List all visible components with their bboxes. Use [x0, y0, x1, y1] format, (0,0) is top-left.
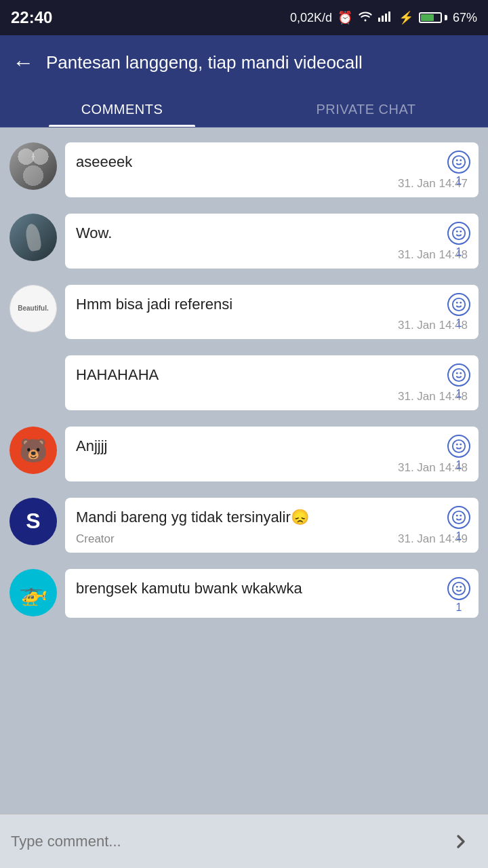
wifi-icon: [358, 11, 373, 25]
smiley-icon[interactable]: [447, 435, 470, 458]
avatar: [9, 214, 57, 261]
tabs-bar: COMMENTS PRIVATE CHAT: [0, 90, 488, 127]
comment-text: aseeeek: [76, 153, 166, 170]
signal-icon: [378, 11, 393, 25]
list-item: 🐻 Anjjjj 1 31. Jan 14:48: [0, 420, 488, 488]
avatar: 🐻: [9, 427, 57, 474]
back-button[interactable]: ←: [12, 50, 34, 75]
smiley-icon[interactable]: [447, 222, 470, 245]
svg-point-22: [453, 583, 465, 595]
comment-input[interactable]: [11, 833, 436, 850]
comments-list: aseeeek 1 31. Jan 14:47: [0, 127, 488, 814]
avatar: 🚁: [9, 569, 57, 616]
status-right: 0,02K/d ⏰ ⚡ 67%: [290, 10, 477, 25]
reaction-button[interactable]: 1: [447, 151, 470, 187]
comment-text: Anjjjj: [76, 437, 141, 454]
comment-text: Mandi bareng yg tidak tersinyalir😞: [76, 509, 343, 526]
svg-rect-3: [388, 12, 390, 22]
svg-rect-2: [385, 14, 387, 22]
battery-percent: 67%: [453, 11, 477, 25]
comment-bubble: Mandi bareng yg tidak tersinyalir😞 1 Cre…: [65, 498, 479, 553]
reaction-button[interactable]: 1: [447, 293, 470, 330]
svg-point-13: [453, 369, 465, 381]
svg-rect-0: [378, 18, 380, 22]
smiley-icon[interactable]: [447, 151, 470, 174]
status-bar: 22:40 0,02K/d ⏰ ⚡ 67%: [0, 0, 488, 35]
reaction-count: 1: [456, 388, 462, 400]
list-item: 🚁 brengsek kamutu bwank wkakwka 1: [0, 562, 488, 625]
tab-private-chat[interactable]: PRIVATE CHAT: [244, 90, 488, 127]
reaction-button[interactable]: 1: [447, 363, 470, 400]
comment-bubble: Wow. 1 31. Jan 14:48: [65, 214, 479, 269]
reaction-count: 1: [456, 175, 462, 187]
smiley-icon[interactable]: [447, 577, 470, 600]
comment-input-area: [0, 814, 488, 868]
list-item: HAHAHAHA 1 31. Jan 14:48: [0, 349, 488, 417]
comment-meta: 31. Jan 14:48: [76, 461, 468, 475]
reaction-count: 1: [456, 317, 462, 330]
comment-creator: Creator: [76, 532, 115, 546]
comment-meta: 31. Jan 14:48: [76, 390, 468, 403]
comment-meta: Creator 31. Jan 14:49: [76, 532, 468, 546]
avatar-empty: [9, 355, 57, 403]
comment-bubble: aseeeek 1 31. Jan 14:47: [65, 142, 479, 197]
network-speed: 0,02K/d: [290, 11, 332, 25]
comment-bubble: HAHAHAHA 1 31. Jan 14:48: [65, 355, 479, 410]
list-item: S Mandi bareng yg tidak tersinyalir😞 1 C…: [0, 491, 488, 559]
charging-icon: ⚡: [399, 10, 413, 25]
list-item: Wow. 1 31. Jan 14:48: [0, 207, 488, 275]
tab-comments[interactable]: COMMENTS: [0, 90, 244, 127]
avatar: [9, 142, 57, 190]
reaction-button[interactable]: 1: [447, 222, 470, 258]
comment-bubble: Hmm bisa jadi referensi 1 31. Jan 14:48: [65, 285, 479, 340]
alarm-icon: ⏰: [338, 10, 352, 25]
battery-icon: [419, 12, 447, 23]
comment-bubble: Anjjjj 1 31. Jan 14:48: [65, 427, 479, 481]
svg-rect-1: [382, 16, 384, 22]
reaction-button[interactable]: 1: [447, 577, 470, 614]
avatar: S: [9, 498, 57, 545]
smiley-icon[interactable]: [447, 506, 470, 529]
reaction-count: 1: [456, 246, 462, 258]
reaction-button[interactable]: 1: [447, 435, 470, 471]
send-button[interactable]: [445, 825, 477, 858]
comment-text: Wow.: [76, 224, 146, 241]
svg-point-16: [453, 440, 465, 452]
list-item: Beautiful. Hmm bisa jadi referensi 1 31.…: [0, 278, 488, 347]
comment-meta: 31. Jan 14:47: [76, 177, 468, 191]
header: ← Pantesan langgeng, tiap mandi videocal…: [0, 35, 488, 90]
reaction-count: 1: [456, 459, 462, 471]
svg-point-7: [453, 227, 465, 239]
avatar: Beautiful.: [9, 285, 57, 332]
reaction-count: 1: [456, 601, 462, 614]
comment-meta: 31. Jan 14:48: [76, 319, 468, 332]
reaction-button[interactable]: 1: [447, 506, 470, 542]
comment-text: HAHAHAHA: [76, 366, 192, 383]
smiley-icon[interactable]: [447, 293, 470, 316]
list-item: aseeeek 1 31. Jan 14:47: [0, 136, 488, 204]
comment-bubble: brengsek kamutu bwank wkakwka 1: [65, 569, 479, 618]
svg-point-10: [453, 298, 465, 310]
page-title: Pantesan langgeng, tiap mandi videocall: [46, 52, 476, 73]
svg-point-4: [453, 156, 465, 168]
smiley-icon[interactable]: [447, 363, 470, 387]
reaction-count: 1: [456, 530, 462, 542]
comment-text: brengsek kamutu bwank wkakwka: [76, 580, 336, 597]
status-time: 22:40: [11, 8, 52, 27]
svg-point-19: [453, 511, 465, 524]
comment-text: Hmm bisa jadi referensi: [76, 296, 266, 313]
comment-meta: 31. Jan 14:48: [76, 248, 468, 262]
